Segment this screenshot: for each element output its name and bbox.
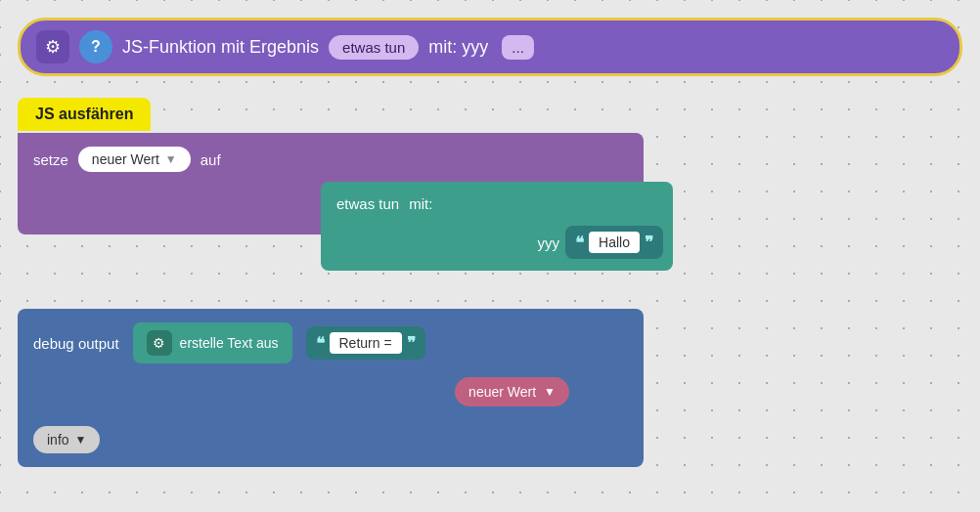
mit-yyy-label: mit: yyy bbox=[428, 37, 488, 58]
js-label-block: JS ausfähren bbox=[18, 98, 151, 131]
hallo-value[interactable]: Hallo bbox=[589, 232, 640, 253]
open-quote-icon: ❝ bbox=[575, 233, 584, 253]
neuer-wert-teal-dropdown[interactable]: neuer Wert ▼ bbox=[455, 377, 569, 406]
canvas: ⚙ ? JS-Funktion mit Ergebnis etwas tun m… bbox=[0, 0, 980, 512]
help-button[interactable]: ? bbox=[79, 30, 112, 64]
setze-label: setze bbox=[33, 151, 68, 168]
purple-row: setze neuer Wert ▼ auf bbox=[18, 133, 644, 186]
neuer-wert-row: neuer Wert ▼ bbox=[33, 373, 628, 406]
dropdown-arrow-icon: ▼ bbox=[165, 152, 177, 166]
info-dropdown[interactable]: info ▼ bbox=[33, 426, 100, 453]
erstelle-text-block: ⚙ erstelle Text aus bbox=[133, 322, 292, 363]
mit-label: mit: bbox=[409, 195, 432, 212]
return-eq-value[interactable]: Return = bbox=[330, 332, 402, 354]
header-block: ⚙ ? JS-Funktion mit Ergebnis etwas tun m… bbox=[18, 18, 962, 76]
blue-debug-block: debug output ⚙ erstelle Text aus ❝ Retur… bbox=[18, 309, 644, 467]
gear-button[interactable]: ⚙ bbox=[36, 30, 69, 64]
green-function-block: etwas tun mit: yyy ❝ Hallo ❞ bbox=[321, 182, 673, 271]
function-name-pill[interactable]: etwas tun bbox=[329, 35, 419, 60]
neuer-wert-label: neuer Wert bbox=[92, 151, 159, 167]
neuer-wert-dropdown[interactable]: neuer Wert ▼ bbox=[78, 147, 191, 172]
gear-icon-small: ⚙ bbox=[153, 335, 165, 351]
green-row2: yyy ❝ Hallo ❞ bbox=[321, 226, 673, 271]
dropdown-arrow-teal-icon: ▼ bbox=[544, 385, 556, 399]
close-quote-icon2: ❞ bbox=[407, 333, 416, 354]
question-icon: ? bbox=[91, 38, 101, 56]
auf-label: auf bbox=[200, 151, 221, 168]
erstelle-text-label: erstelle Text aus bbox=[180, 335, 279, 351]
debug-row1: debug output ⚙ erstelle Text aus ❝ Retur… bbox=[33, 322, 628, 363]
info-label: info bbox=[47, 432, 69, 448]
close-quote-icon: ❞ bbox=[645, 233, 653, 253]
gear-small-icon[interactable]: ⚙ bbox=[147, 330, 172, 356]
info-row: info ▼ bbox=[33, 416, 628, 453]
debug-output-label: debug output bbox=[33, 335, 119, 352]
open-quote-icon2: ❝ bbox=[316, 333, 325, 354]
more-options-button[interactable]: ... bbox=[502, 35, 534, 60]
header-title: JS-Funktion mit Ergebnis bbox=[122, 37, 319, 58]
yyy-label: yyy bbox=[538, 235, 560, 251]
neuer-wert-teal-label: neuer Wert bbox=[468, 384, 536, 400]
etwas-tun-label: etwas tun bbox=[336, 195, 399, 212]
hallo-quote-block: ❝ Hallo ❞ bbox=[565, 226, 663, 259]
green-row1: etwas tun mit: bbox=[321, 182, 673, 226]
gear-icon: ⚙ bbox=[45, 36, 61, 58]
dropdown-arrow-info-icon: ▼ bbox=[75, 433, 87, 447]
return-eq-quote-block: ❝ Return = ❞ bbox=[306, 326, 425, 360]
